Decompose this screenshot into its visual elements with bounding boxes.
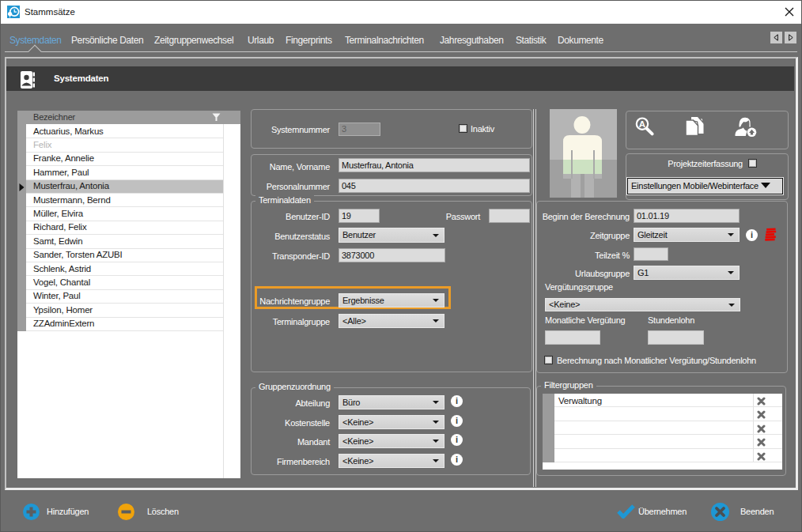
svg-text:A: A [639,119,645,129]
